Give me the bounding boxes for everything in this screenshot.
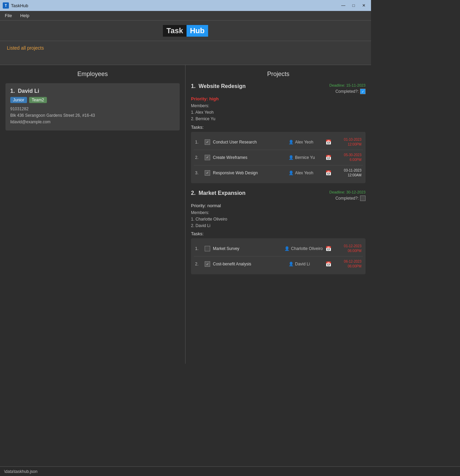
task-date-0-1: 05-30-2023 6:00PM [334,153,361,162]
logo-hub: Hub [187,25,208,37]
app-header: Task Hub [0,21,371,41]
task-row-1-0: 1. Market Survey 👤 Charlotte Oliveiro 📅 … [194,241,363,256]
tag-junior: Junior [10,97,27,103]
task-checkbox-0-2[interactable]: ✓ [205,170,210,176]
title-bar-left: T TaskHub [3,2,28,9]
project-header-right-0: Deadline: 15-11-2023 Completed?: ✓ [329,83,366,94]
task-date-icon-0-2: 📅 [325,170,331,176]
task-date-1-0: 01-12-2023 06:00PM [334,244,361,253]
task-checkbox-0-0[interactable]: ✓ [205,139,210,145]
task-row-0-0: 1. ✓ Conduct User Research 👤 Alex Yeoh 📅… [194,135,363,150]
app-logo: Task Hub [163,25,208,37]
task-date-0-2: 03-11-2023 12:00AM [334,168,361,178]
task-checkbox-1-1[interactable]: ✓ [205,261,210,267]
task-date-icon-1-0: 📅 [325,246,331,251]
projects-title: Projects [191,71,366,78]
task-name-0-0: Conduct User Research [213,140,286,145]
tasks-container-0: 1. ✓ Conduct User Research 👤 Alex Yeoh 📅… [191,132,366,183]
completed-row-1: Completed?: [335,196,366,201]
menu-help[interactable]: Help [18,12,31,19]
menu-file[interactable]: File [3,12,14,19]
task-num-0-0: 1. [195,140,202,145]
completed-label-1: Completed?: [335,196,359,201]
task-assignee-1-1: 👤 David Li [289,262,323,266]
task-checkbox-1-0[interactable] [205,246,210,251]
person-icon-1-0: 👤 [284,246,290,251]
employees-panel: Employees 1. David Li Junior Team2 91031… [0,65,186,364]
project-section-0: 1. Website Redesign Deadline: 15-11-2023… [191,83,366,183]
task-assignee-1-0: 👤 Charlotte Oliveiro [284,246,323,251]
person-icon-0-2: 👤 [289,171,294,175]
project-priority-0: Priority: high [191,96,366,101]
title-bar-title: TaskHub [11,3,28,8]
project-name-1: 2. Market Expansion [191,190,245,196]
task-row-0-1: 2. ✓ Create Wireframes 👤 Bernice Yu 📅 05… [194,150,363,165]
task-date-icon-0-1: 📅 [325,155,331,160]
task-num-0-2: 3. [195,171,202,175]
task-row-0-2: 3. ✓ Responsive Web Design 👤 Alex Yeoh 📅… [194,165,363,180]
project-name-0: 1. Website Redesign [191,83,246,89]
task-date-1-1: 06-12-2023 06:00PM [334,259,361,269]
person-icon-0-1: 👤 [289,155,294,160]
task-date-icon-1-1: 📅 [325,261,331,267]
window-controls: — □ ✕ [339,2,368,9]
project-header-1: 2. Market Expansion Deadline: 30-12-2023… [191,190,366,201]
project-deadline-1: Deadline: 30-12-2023 [329,190,366,194]
task-assignee-0-0: 👤 Alex Yeoh [289,140,323,145]
app-icon: T [3,2,9,9]
person-icon-0-0: 👤 [289,140,294,145]
employee-tags-0: Junior Team2 [10,97,175,103]
menu-bar: File Help [0,11,371,21]
employee-name-0: 1. David Li [10,88,175,94]
project-section-1: 2. Market Expansion Deadline: 30-12-2023… [191,190,366,275]
tasks-container-1: 1. Market Survey 👤 Charlotte Oliveiro 📅 … [191,238,366,274]
title-bar: T TaskHub — □ ✕ [0,0,371,11]
task-assignee-0-1: 👤 Bernice Yu [289,155,323,160]
project-header-0: 1. Website Redesign Deadline: 15-11-2023… [191,83,366,94]
projects-panel: Projects 1. Website Redesign Deadline: 1… [186,65,371,364]
task-checkbox-0-1[interactable]: ✓ [205,155,210,160]
task-num-0-1: 2. [195,155,202,160]
project-header-right-1: Deadline: 30-12-2023 Completed?: [329,190,366,201]
project-deadline-0: Deadline: 15-11-2023 [329,83,366,87]
completed-checkbox-0[interactable]: ✓ [360,89,366,94]
completed-checkbox-1[interactable] [360,196,366,201]
close-button[interactable]: ✕ [359,2,368,9]
employee-address-0: Blk 436 Serangoon Gardens Street 26, #16… [10,112,175,119]
status-area: Listed all projects [0,41,371,65]
completed-label-0: Completed?: [335,89,359,94]
employee-card-0: 1. David Li Junior Team2 91031282 Blk 43… [5,83,180,130]
minimize-button[interactable]: — [339,2,348,9]
maximize-button[interactable]: □ [349,2,358,9]
logo-task: Task [163,25,187,37]
task-name-1-0: Market Survey [213,246,282,251]
employee-phone-0: 91031282 [10,106,175,112]
main-content: Employees 1. David Li Junior Team2 91031… [0,65,371,364]
project-name-wrap-1: 2. Market Expansion [191,190,245,196]
task-date-icon-0-0: 📅 [325,139,331,145]
completed-row-0: Completed?: ✓ [335,89,366,94]
person-icon-1-1: 👤 [289,262,294,266]
task-num-1-0: 1. [195,246,202,251]
project-members-1: Members: 1. Charlotte Oliveiro 2. David … [191,210,366,229]
tag-team: Team2 [29,97,47,103]
tasks-label-1: Tasks: [191,231,366,236]
task-name-0-2: Responsive Web Design [213,171,286,175]
task-row-1-1: 2. ✓ Cost-benefit Analysis 👤 David Li 📅 … [194,256,363,272]
task-name-0-1: Create Wireframes [213,155,286,160]
project-name-wrap-0: 1. Website Redesign [191,83,246,89]
project-members-0: Members: 1. Alex Yeoh 2. Bernice Yu [191,103,366,123]
task-num-1-1: 2. [195,262,202,266]
task-date-0-0: 01-10-2023 12:00PM [334,137,361,147]
task-assignee-0-2: 👤 Alex Yeoh [289,171,323,175]
project-priority-1: Priority: normal [191,203,366,208]
status-message: Listed all projects [7,45,364,51]
tasks-label-0: Tasks: [191,125,366,130]
task-name-1-1: Cost-benefit Analysis [213,262,286,266]
employee-email-0: lidavid@example.com [10,119,175,125]
employees-title: Employees [5,71,180,78]
